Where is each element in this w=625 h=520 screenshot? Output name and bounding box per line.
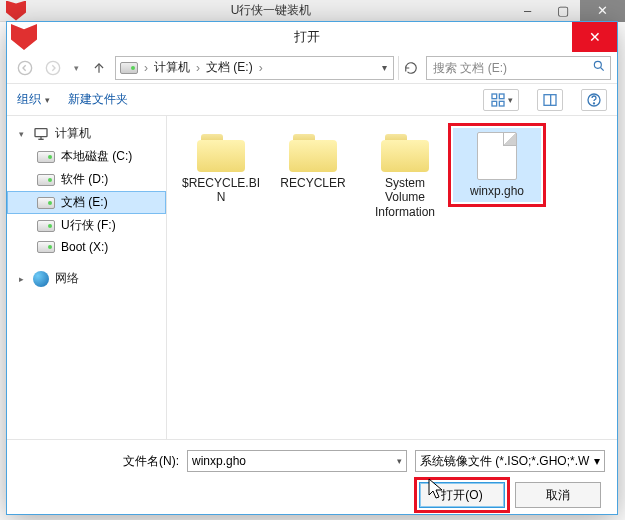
help-button[interactable] [581, 89, 607, 111]
drive-icon [37, 174, 55, 186]
new-folder-button[interactable]: 新建文件夹 [68, 91, 128, 108]
svg-rect-5 [492, 94, 497, 99]
tree-drive-item[interactable]: Boot (X:) [7, 237, 166, 257]
breadcrumb-segment[interactable]: 计算机 [154, 59, 190, 76]
toolbar: 组织 ▾ 新建文件夹 ▾ [7, 84, 617, 116]
tree-drive-label: Boot (X:) [61, 240, 108, 254]
folder-item[interactable]: $RECYCLE.BIN [177, 128, 265, 209]
parent-window-titlebar: U行侠一键装机 – ▢ ✕ [0, 0, 625, 22]
parent-minimize-button[interactable]: – [510, 0, 545, 22]
search-icon [592, 59, 606, 76]
search-box[interactable] [426, 56, 611, 80]
chevron-down-icon: ▾ [45, 95, 50, 105]
filename-combobox[interactable]: winxp.gho ▾ [187, 450, 407, 472]
cancel-button-label: 取消 [546, 487, 570, 504]
organize-label: 组织 [17, 91, 41, 108]
nav-recent-dropdown[interactable]: ▾ [69, 56, 83, 80]
parent-window-title: U行侠一键装机 [32, 2, 510, 19]
folder-icon [197, 132, 245, 172]
network-icon [33, 271, 49, 287]
parent-maximize-button[interactable]: ▢ [545, 0, 580, 22]
file-name-label: System Volume Information [365, 176, 445, 219]
svg-point-1 [46, 61, 59, 74]
file-type-filter-label: 系统镜像文件 (*.ISO;*.GHO;*.W [420, 453, 589, 470]
drive-icon [37, 241, 55, 253]
drive-icon [37, 197, 55, 209]
dialog-title-bar: 打开 ✕ [7, 22, 617, 52]
svg-rect-7 [492, 101, 497, 106]
tree-computer-label: 计算机 [55, 125, 91, 142]
svg-rect-13 [35, 128, 47, 136]
filename-value: winxp.gho [192, 454, 246, 468]
open-file-dialog: 打开 ✕ ▾ › 计算机 › 文档 (E:) › ▾ [7, 22, 617, 514]
drive-icon [37, 220, 55, 232]
nav-forward-button[interactable] [41, 56, 65, 80]
open-button-label: 打开(O) [441, 487, 482, 504]
folder-icon [289, 132, 337, 172]
file-type-filter[interactable]: 系统镜像文件 (*.ISO;*.GHO;*.W ▾ [415, 450, 605, 472]
chevron-right-icon: › [259, 61, 263, 75]
tree-drive-label: 本地磁盘 (C:) [61, 148, 132, 165]
tree-drive-item[interactable]: U行侠 (F:) [7, 214, 166, 237]
navigation-pane: ▾ 计算机 本地磁盘 (C:) 软件 (D:) 文档 (E:) [7, 116, 167, 439]
new-folder-label: 新建文件夹 [68, 91, 128, 108]
tree-expand-icon[interactable]: ▾ [19, 129, 27, 139]
filename-label: 文件名(N): [119, 453, 179, 470]
file-name-label: winxp.gho [470, 184, 524, 198]
computer-icon [33, 126, 49, 142]
file-name-label: $RECYCLE.BIN [181, 176, 261, 205]
app-logo-icon [6, 1, 26, 21]
address-bar-row: ▾ › 计算机 › 文档 (E:) › ▾ [7, 52, 617, 84]
nav-back-button[interactable] [13, 56, 37, 80]
tree-drive-item[interactable]: 软件 (D:) [7, 168, 166, 191]
nav-up-button[interactable] [87, 56, 111, 80]
breadcrumb[interactable]: › 计算机 › 文档 (E:) › ▾ [115, 56, 394, 80]
file-list-pane[interactable]: $RECYCLE.BIN RECYCLER System Volume Info… [167, 116, 617, 439]
dialog-bottom-panel: 文件名(N): winxp.gho ▾ 系统镜像文件 (*.ISO;*.GHO;… [7, 439, 617, 514]
cancel-button[interactable]: 取消 [515, 482, 601, 508]
svg-point-0 [18, 61, 31, 74]
drive-icon [120, 62, 138, 74]
folder-icon [381, 132, 429, 172]
chevron-right-icon: › [144, 61, 148, 75]
chevron-down-icon: ▾ [508, 95, 513, 105]
chevron-right-icon: › [196, 61, 200, 75]
file-item[interactable]: winxp.gho [453, 128, 541, 202]
svg-rect-8 [499, 101, 504, 106]
parent-close-button[interactable]: ✕ [580, 0, 625, 22]
breadcrumb-dropdown-icon[interactable]: ▾ [380, 62, 389, 73]
chevron-down-icon: ▾ [594, 454, 600, 468]
refresh-button[interactable] [398, 56, 422, 80]
tree-expand-icon[interactable]: ▸ [19, 274, 27, 284]
svg-line-4 [601, 68, 604, 71]
tree-drive-item[interactable]: 本地磁盘 (C:) [7, 145, 166, 168]
view-options-button[interactable]: ▾ [483, 89, 519, 111]
tree-drive-label: 文档 (E:) [61, 194, 108, 211]
search-input[interactable] [431, 60, 592, 76]
folder-item[interactable]: System Volume Information [361, 128, 449, 223]
tree-drive-label: 软件 (D:) [61, 171, 108, 188]
drive-icon [37, 151, 55, 163]
dialog-close-button[interactable]: ✕ [572, 22, 617, 52]
preview-pane-button[interactable] [537, 89, 563, 111]
svg-point-12 [593, 102, 594, 103]
tree-network-label: 网络 [55, 270, 79, 287]
tree-computer-node[interactable]: ▾ 计算机 [7, 122, 166, 145]
dialog-title: 打开 [41, 28, 572, 46]
svg-point-3 [594, 61, 601, 68]
open-button[interactable]: 打开(O) [419, 482, 505, 508]
folder-item[interactable]: RECYCLER [269, 128, 357, 194]
dialog-app-icon [11, 24, 37, 50]
file-name-label: RECYCLER [280, 176, 345, 190]
breadcrumb-segment[interactable]: 文档 (E:) [206, 59, 253, 76]
organize-menu[interactable]: 组织 ▾ [17, 91, 50, 108]
tree-drive-item[interactable]: 文档 (E:) [7, 191, 166, 214]
file-icon [477, 132, 517, 180]
chevron-down-icon: ▾ [397, 456, 402, 466]
svg-rect-6 [499, 94, 504, 99]
tree-network-node[interactable]: ▸ 网络 [7, 267, 166, 290]
tree-drive-label: U行侠 (F:) [61, 217, 116, 234]
